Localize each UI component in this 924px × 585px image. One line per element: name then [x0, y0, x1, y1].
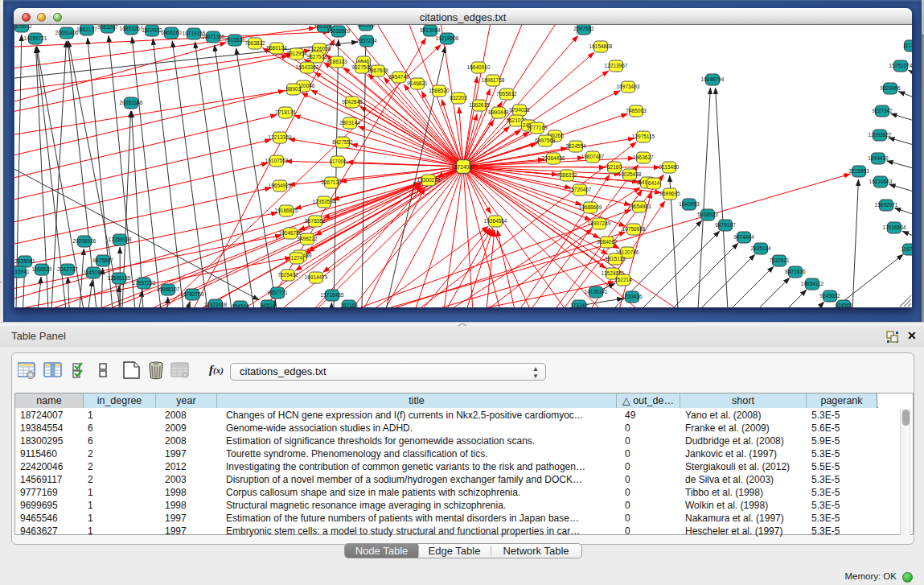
svg-text:252214: 252214	[614, 277, 632, 282]
svg-text:17016504: 17016504	[883, 225, 906, 230]
svg-text:16046786: 16046786	[279, 230, 302, 236]
svg-text:9699695: 9699695	[659, 191, 680, 196]
svg-text:12353594: 12353594	[313, 199, 336, 204]
svg-text:1156829: 1156829	[32, 266, 52, 272]
svg-text:3624554: 3624554	[565, 143, 586, 149]
svg-text:7386322: 7386322	[556, 172, 577, 178]
svg-text:17359928: 17359928	[109, 237, 132, 242]
svg-text:20206536: 20206536	[73, 238, 97, 244]
svg-text:3215953: 3215953	[848, 168, 869, 174]
svg-text:10025438: 10025438	[618, 171, 642, 177]
svg-text:16640910: 16640910	[467, 64, 491, 70]
svg-text:16210643: 16210643	[869, 179, 893, 184]
svg-text:10958107: 10958107	[157, 286, 180, 292]
svg-text:1405572: 1405572	[14, 25, 32, 29]
svg-text:19654923: 19654923	[628, 204, 651, 209]
svg-text:7485063: 7485063	[626, 108, 647, 113]
svg-text:11923468: 11923468	[204, 302, 228, 307]
svg-text:16154808: 16154808	[589, 43, 613, 49]
svg-text:2342737: 2342737	[57, 266, 78, 272]
svg-text:6497568: 6497568	[535, 138, 556, 143]
svg-text:1882177: 1882177	[76, 27, 97, 32]
svg-text:9474444: 9474444	[733, 234, 754, 240]
svg-text:20053346: 20053346	[120, 100, 143, 105]
svg-text:12505135: 12505135	[108, 275, 131, 281]
svg-text:8990448: 8990448	[488, 109, 509, 115]
svg-text:1274: 1274	[291, 255, 303, 261]
svg-text:6414: 6414	[648, 180, 660, 186]
svg-text:8471676: 8471676	[785, 269, 806, 274]
svg-text:2718176: 2718176	[275, 109, 296, 115]
svg-text:2803144: 2803144	[339, 120, 360, 126]
svg-text:23226058: 23226058	[308, 46, 331, 51]
svg-text:15720407: 15720407	[569, 187, 592, 192]
svg-text:7625402: 7625402	[277, 272, 298, 278]
svg-text:6466160: 6466160	[161, 30, 182, 35]
svg-text:16782759: 16782759	[181, 291, 204, 297]
svg-text:10671355: 10671355	[202, 34, 225, 39]
svg-text:16033809: 16033809	[327, 28, 351, 34]
svg-text:8912954: 8912954	[286, 51, 307, 56]
svg-text:62160: 62160	[607, 164, 622, 170]
svg-text:3267130: 3267130	[321, 179, 342, 185]
svg-text:15716485: 15716485	[321, 292, 344, 298]
svg-text:9329966: 9329966	[880, 85, 901, 91]
svg-text:173342: 173342	[570, 303, 588, 307]
svg-text:6479197: 6479197	[715, 222, 736, 228]
svg-text:5938923: 5938923	[697, 212, 718, 217]
svg-text:10853267: 10853267	[120, 26, 143, 31]
svg-text:19218506: 19218506	[436, 35, 459, 41]
svg-text:7663822: 7663822	[244, 40, 265, 46]
svg-text:9777169: 9777169	[527, 125, 548, 130]
svg-text:8678352: 8678352	[305, 218, 326, 224]
svg-text:12975115: 12975115	[632, 134, 655, 139]
svg-text:14055721: 14055721	[24, 35, 47, 41]
svg-text:8454749: 8454749	[388, 74, 409, 80]
svg-text:417006: 417006	[329, 159, 347, 164]
svg-text:9242848: 9242848	[342, 99, 363, 105]
svg-text:1815112: 1815112	[606, 256, 626, 262]
svg-text:3498222: 3498222	[297, 236, 318, 241]
svg-text:8813054: 8813054	[420, 27, 441, 33]
svg-text:9053267: 9053267	[97, 25, 118, 30]
svg-text:12213967: 12213967	[605, 63, 628, 68]
svg-text:157164: 157164	[340, 303, 358, 307]
svg-text:1733426: 1733426	[622, 294, 643, 299]
svg-text:10756928: 10756928	[622, 226, 646, 232]
svg-text:8427552: 8427552	[332, 139, 353, 145]
svg-text:1463627: 1463627	[633, 154, 654, 160]
svg-text:12213369: 12213369	[269, 134, 292, 140]
svg-text:1640953: 1640953	[679, 201, 700, 207]
svg-text:16543362: 16543362	[296, 64, 319, 70]
svg-text:19166825: 19166825	[275, 208, 298, 213]
svg-text:14136141: 14136141	[585, 289, 608, 295]
svg-text:18724007: 18724007	[452, 164, 475, 170]
svg-text:10654112: 10654112	[801, 281, 824, 286]
svg-text:9245652: 9245652	[819, 293, 840, 299]
svg-text:9115460: 9115460	[659, 164, 680, 170]
svg-text:924565: 924565	[835, 303, 852, 307]
svg-text:954504: 954504	[232, 303, 249, 307]
svg-text:9146821: 9146821	[407, 80, 428, 86]
svg-text:2867608: 2867608	[368, 68, 388, 73]
svg-text:19654925: 19654925	[269, 183, 292, 188]
svg-text:15751074: 15751074	[889, 63, 912, 68]
svg-text:94504: 94504	[261, 303, 275, 307]
svg-text:2935114: 2935114	[751, 245, 771, 251]
svg-text:9975867: 9975867	[92, 257, 113, 263]
svg-text:1527602: 1527602	[142, 27, 162, 33]
svg-text:15692971: 15692971	[875, 202, 898, 208]
svg-text:7632621: 7632621	[769, 257, 790, 263]
svg-text:20364436: 20364436	[542, 155, 565, 161]
svg-text:12093822: 12093822	[869, 132, 892, 138]
svg-text:2335061: 2335061	[14, 258, 35, 264]
svg-text:18907249: 18907249	[588, 220, 611, 226]
svg-text:8186323: 8186323	[326, 59, 347, 64]
svg-text:9857771: 9857771	[267, 290, 288, 295]
svg-text:17957223: 17957223	[133, 280, 156, 286]
svg-text:98901: 98901	[286, 86, 301, 92]
svg-text:7955812: 7955812	[496, 91, 517, 97]
svg-text:16648794: 16648794	[701, 76, 725, 82]
svg-text:1588520: 1588520	[429, 88, 450, 93]
svg-text:832203: 832203	[450, 95, 467, 101]
